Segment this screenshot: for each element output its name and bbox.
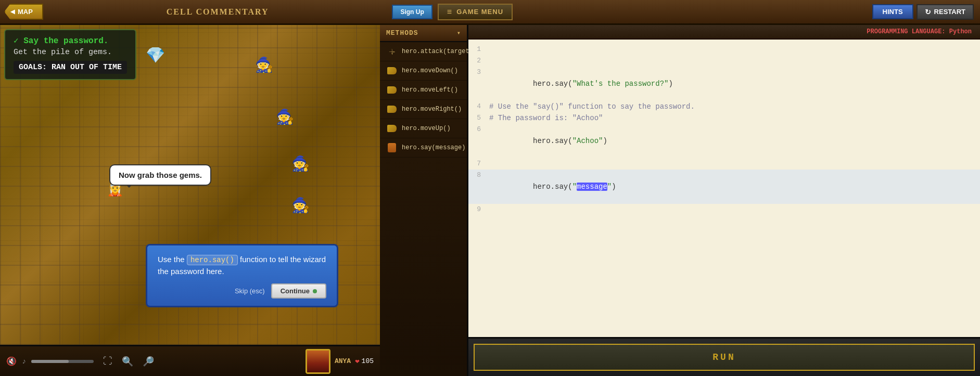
goals-status-text: GOALS: RAN OUT OF TIME [14,61,127,74]
goal-say-text: Say the password. [14,35,127,46]
wizard-character-3: 🧙 [291,155,310,173]
avatar-image [307,351,329,372]
line-content-5: # The password is: "Achoo" [489,112,980,124]
run-bar: RUN [468,337,980,376]
code-line-9: 9 [468,204,980,215]
code-line-4: 4 # Use the "say()" function to say the … [468,101,980,112]
game-area: 💎 🧙 🧙 🧙 🧙 🧝 Say the password. Get the pi… [0,25,380,376]
code-line-2: 2 [468,55,980,67]
tutorial-popup: Use the hero.say() function to tell the … [146,244,338,308]
line-content-4: # Use the "say()" function to say the pa… [489,101,980,112]
sword-icon: ⚔ [386,46,398,57]
goals-overlay: Say the password. Get the pile of gems. … [4,29,136,80]
tutorial-text: Use the hero.say() function to tell the … [158,254,326,278]
method-say-label: hero.say(message) [402,144,465,151]
boot-icon-left [386,84,398,96]
volume-mute-button[interactable]: 🔇 [6,356,17,367]
wizard-character-2: 🧙 [276,108,294,126]
code-line-1: 1 [468,44,980,55]
method-say[interactable]: hero.say(message) [380,138,467,158]
bag-icon [386,142,398,153]
method-attack[interactable]: ⚔ hero.attack(target) [380,42,467,61]
sign-up-button[interactable]: Sign Up [392,5,432,19]
hp-value: 105 [362,357,374,365]
line-num-8: 8 [468,170,489,181]
code-quote-open-8: " [572,183,577,191]
game-bottom-bar: 🔇 ♪ ⛶ 🔍 🔎 ANYA ❤ 105 [0,345,380,376]
game-menu-button[interactable]: GAME MENU [438,4,513,20]
code-line-7: 7 [468,158,980,170]
player-name: ANYA [335,357,351,365]
avatar-frame [306,349,330,374]
method-move-right[interactable]: hero.moveRight() [380,100,467,119]
top-bar: MAP CELL COMMENTARY Sign Up GAME MENU HI… [0,0,980,25]
methods-dropdown-arrow[interactable]: ▾ [457,29,461,37]
zoom-out-button[interactable]: 🔎 [143,356,154,367]
cell-commentary-title: CELL COMMENTARY [43,7,392,17]
map-button[interactable]: MAP [4,4,43,20]
run-button[interactable]: RUN [474,344,975,371]
code-hero-say-6: hero.say( [533,137,572,145]
skip-button[interactable]: Skip (esc) [235,287,265,295]
speech-bubble: Now grab those gems. [109,164,211,186]
boot-icon-right [386,103,398,115]
method-move-left[interactable]: hero.moveLeft() [380,81,467,100]
code-editor: PROGRAMMING LANGUAGE: Python 1 2 3 hero.… [468,25,980,376]
line-num-4: 4 [468,101,489,112]
code-line-6: 6 hero.say("Achoo") [468,124,980,158]
line-num-3: 3 [468,67,489,78]
game-canvas: 💎 🧙 🧙 🧙 🧙 🧝 Say the password. Get the pi… [0,25,380,345]
restart-button[interactable]: RESTART [917,4,974,20]
programming-language-label: PROGRAMMING LANGUAGE: [867,28,945,35]
line-num-1: 1 [468,44,489,55]
method-move-left-label: hero.moveLeft() [402,86,458,94]
continue-button[interactable]: Continue [271,283,326,299]
code-quote-close-8: " [607,183,612,191]
music-button[interactable]: ♪ [22,357,26,366]
method-attack-label: hero.attack(target) [402,48,473,55]
line-num-6: 6 [468,124,489,135]
editor-header: PROGRAMMING LANGUAGE: Python [468,25,980,40]
line-content-8: hero.say("message") [489,170,980,204]
player-info: ANYA ❤ 105 [306,349,374,374]
main-layout: 💎 🧙 🧙 🧙 🧙 🧝 Say the password. Get the pi… [0,25,980,376]
tutorial-text-before: Use the [158,255,187,264]
boot-icon-up [386,123,398,134]
method-move-right-label: hero.moveRight() [402,106,462,113]
code-area[interactable]: 1 2 3 hero.say("What's the password?") 4… [468,40,980,337]
method-move-down[interactable]: hero.moveDown() [380,61,467,81]
code-close-8: ) [612,183,616,191]
hp-bar: ❤ 105 [355,357,374,366]
code-string-3: "What's the password?" [572,80,669,88]
code-string-6: "Achoo" [572,137,603,145]
line-num-2: 2 [468,55,489,67]
boot-icon [386,65,398,76]
code-close-3: ) [668,80,672,88]
line-num-7: 7 [468,158,489,170]
continue-dot [313,289,317,293]
continue-label: Continue [281,287,310,295]
line-num-5: 5 [468,112,489,124]
tutorial-code-snippet: hero.say() [187,255,238,265]
code-close-6: ) [603,137,607,145]
method-move-down-label: hero.moveDown() [402,67,458,74]
hints-button[interactable]: HINTS [872,4,913,19]
code-hero-say-3: hero.say( [533,80,572,88]
wizard-character-4: 🧙 [291,197,310,214]
code-line-5: 5 # The password is: "Achoo" [468,112,980,124]
code-message-highlight: message [577,183,607,191]
hp-heart-icon: ❤ [355,357,359,366]
zoom-in-button[interactable]: 🔍 [122,356,133,367]
methods-header: METHODS ▾ [380,25,467,42]
volume-slider[interactable] [31,360,94,363]
method-move-up-label: hero.moveUp() [402,125,451,132]
methods-title: METHODS [386,29,418,37]
fullscreen-button[interactable]: ⛶ [103,356,112,367]
programming-language-value: Python [949,28,972,35]
code-line-3: 3 hero.say("What's the password?") [468,67,980,101]
methods-panel: METHODS ▾ ⚔ hero.attack(target) hero.mov… [380,25,468,376]
method-move-up[interactable]: hero.moveUp() [380,119,467,138]
code-line-8: 8 hero.say("message") [468,170,980,204]
volume-fill [31,360,69,363]
line-num-9: 9 [468,204,489,215]
